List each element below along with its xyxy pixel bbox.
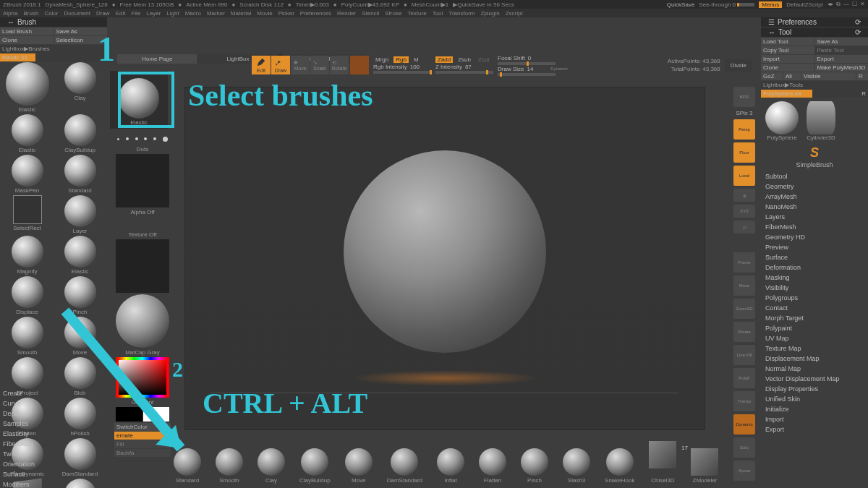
menu-texture[interactable]: Texture (407, 10, 426, 17)
brush-layer[interactable]: Layer (54, 195, 106, 234)
brush-section-samples[interactable]: Samples (3, 419, 40, 429)
menu-transform[interactable]: Transform (448, 10, 475, 17)
tool-section-preview[interactable]: Preview (765, 242, 864, 252)
clone-tool-button[interactable]: Clone (761, 64, 814, 72)
brush-section-create[interactable]: Create (3, 388, 40, 398)
export-button[interactable]: Export (815, 55, 869, 63)
brush-move[interactable]: Move (54, 317, 106, 356)
menu-material[interactable]: Material (231, 10, 251, 17)
menu-preferences[interactable]: Preferences (300, 10, 331, 17)
transp-button[interactable]: Transp (733, 391, 755, 411)
make-polymesh-button[interactable]: Make PolyMesh3D (815, 64, 869, 72)
divide-button[interactable]: Divide (725, 59, 752, 72)
menu-render[interactable]: Render (337, 10, 356, 17)
brush-section-orientation[interactable]: Orientation (3, 459, 40, 469)
minimize-icon[interactable]: — (843, 1, 849, 8)
paste-tool-button[interactable]: Paste Tool (815, 46, 869, 54)
local-button[interactable]: Local (733, 166, 755, 186)
viewport[interactable] (184, 87, 705, 430)
axis-button[interactable]: ⊕ (733, 189, 755, 202)
tool-section-display-properties[interactable]: Display Properties (765, 384, 864, 394)
brush-magnify[interactable]: Magnify (1, 236, 53, 275)
tray-brush-zmodeler[interactable]: ZModeler (691, 448, 718, 484)
polysphere-thumb[interactable]: PolySphere (764, 101, 800, 141)
quicksave-button[interactable]: QuickSave (667, 1, 695, 8)
stroke-thumb[interactable] (117, 133, 168, 145)
tool-section-initialize[interactable]: Initialize (765, 404, 864, 414)
rotate-mode-button[interactable]: ⟲Rotate (330, 56, 349, 74)
brush-section-depth[interactable]: Depth (3, 408, 40, 419)
bpr-button[interactable]: BPR (733, 87, 755, 107)
rgb-intensity-value[interactable]: 100 (410, 64, 420, 70)
menu-edit[interactable]: Edit (116, 10, 126, 17)
edit-mode-button[interactable]: Edit (252, 56, 271, 74)
menu-stencil[interactable]: Stencil (362, 10, 379, 17)
tool-panel-title[interactable]: ↔ Tool⟳ (761, 27, 868, 37)
tray-brush-move[interactable]: Move (345, 448, 373, 484)
menu-movie[interactable]: Movie (257, 10, 272, 17)
save-as-button[interactable]: Save As (54, 27, 108, 35)
brush-section-fibermesh[interactable]: FiberMesh (3, 439, 40, 449)
floor-button[interactable]: Floor (733, 142, 755, 163)
tool-section-contact[interactable]: Contact (765, 303, 864, 313)
menu-picker[interactable]: Picker (278, 10, 294, 17)
tool-section-export[interactable]: Export (765, 424, 864, 435)
tray-brush-inflat[interactable]: Inflat (437, 448, 464, 484)
z-intensity-value[interactable]: 87 (465, 64, 472, 70)
draw-size-value[interactable]: 14 (527, 66, 533, 72)
brush-snakehook[interactable]: SnakeHook (54, 479, 106, 488)
tool-section-nanomesh[interactable]: NanoMesh (765, 202, 864, 212)
seethrough-slider[interactable]: See-through 0 (699, 1, 754, 8)
zcut-button[interactable]: Zcut (476, 56, 492, 63)
linefill-button[interactable]: Line Fill (733, 345, 755, 365)
lightbox-brushes-crumb[interactable]: Lightbox▶Brushes (0, 45, 107, 53)
menu-brush[interactable]: Brush (23, 10, 38, 17)
tray-brush-standard[interactable]: Standard (174, 448, 201, 484)
dynamic-label[interactable]: Dynamic (550, 67, 567, 71)
save-tool-button[interactable]: Save As (815, 38, 869, 46)
tray-brush-smooth[interactable]: Smooth (216, 448, 243, 484)
tray-brush-flatten[interactable]: Flatten (479, 448, 506, 484)
tray-brush-damstandard[interactable]: DamStandard (387, 448, 422, 484)
select-icon-button[interactable]: SelectIcon (54, 36, 108, 44)
cylinder3d-thumb[interactable]: Cylinder3D (803, 101, 839, 141)
tool-section-surface[interactable]: Surface (765, 252, 864, 262)
brush-section-elasticity[interactable]: Elasticity (3, 429, 40, 439)
spix-slider[interactable]: SPix 3 (736, 110, 752, 116)
clone-button[interactable]: Clone (0, 36, 54, 44)
maximize-icon[interactable]: ☐ (852, 1, 857, 8)
tool-section-vector-displacement-map[interactable]: Vector Displacement Map (765, 374, 864, 384)
draw-size-slider[interactable] (498, 73, 556, 76)
brush-elastic[interactable]: Elastic (54, 236, 106, 275)
tool-section-unified-skin[interactable]: Unified Skin (765, 394, 864, 404)
tool-section-visibility[interactable]: Visibility (765, 283, 864, 293)
rotate-view-button[interactable]: Rotate (733, 322, 755, 342)
fit-button[interactable]: ⊡ (733, 221, 755, 234)
brush-standard[interactable]: Standard (54, 155, 106, 194)
tool-section-uv-map[interactable]: UV Map (765, 333, 864, 343)
load-brush-button[interactable]: Load Brush (0, 27, 54, 35)
move-mode-button[interactable]: ✥Move (291, 56, 310, 74)
lightbox-tools-crumb[interactable]: Lightbox▶Tools (761, 81, 868, 89)
brush-hpolish[interactable]: hPolish (54, 398, 106, 437)
goz-button[interactable]: GoZ (761, 72, 783, 80)
tool-section-polypaint[interactable]: Polypaint (765, 323, 864, 333)
swatch-black[interactable] (116, 407, 142, 421)
focal-shift-value[interactable]: 0 (528, 55, 531, 61)
brush-clay[interactable]: Clay (54, 62, 106, 113)
brush-elastic[interactable]: Elastic (1, 114, 53, 153)
preferences-panel-title[interactable]: ☰ Preferences⟳ (761, 17, 868, 27)
fill-button[interactable]: Fill (114, 440, 171, 448)
backface-button[interactable]: Backfa (114, 449, 171, 457)
menu-file[interactable]: File (131, 10, 140, 17)
brush-section-curve[interactable]: Curve (3, 398, 40, 408)
brush-section-surface[interactable]: Surface (3, 469, 40, 479)
menus-toggle[interactable]: Menus (759, 1, 782, 8)
mrgb-button[interactable]: Mrgb (373, 56, 391, 63)
menu-zscript[interactable]: Zscript (506, 10, 523, 17)
brush-slider[interactable]: Elastic 33 (0, 53, 107, 61)
brush-section-modifiers[interactable]: Modifiers (3, 479, 40, 488)
import-button[interactable]: Import (761, 55, 814, 63)
tool-section-morph-target[interactable]: Morph Target (765, 313, 864, 323)
matcap-thumb[interactable] (116, 294, 169, 348)
